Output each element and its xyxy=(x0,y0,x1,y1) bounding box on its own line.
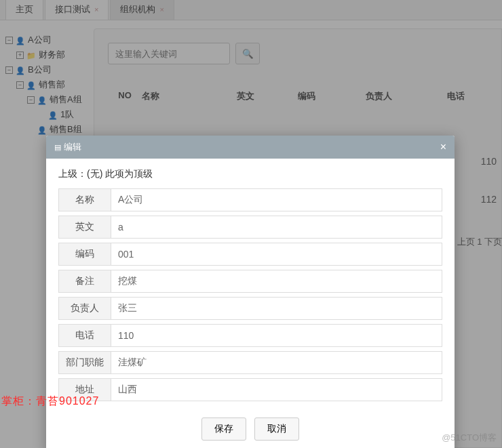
label-en: 英文 xyxy=(58,216,111,239)
modal-body: 上级：(无) 此项为顶级 名称 英文 编码 备注 负责人 电话 部门职能 地址 xyxy=(46,159,455,411)
input-owner[interactable] xyxy=(111,297,442,320)
label-remark: 备注 xyxy=(58,270,111,293)
input-duty[interactable] xyxy=(111,351,442,374)
modal-title: 编辑 xyxy=(54,141,81,153)
input-phone[interactable] xyxy=(111,324,442,347)
parent-info: 上级：(无) 此项为顶级 xyxy=(58,168,442,180)
modal-header: 编辑 × xyxy=(46,136,455,159)
input-remark[interactable] xyxy=(111,270,442,293)
label-duty: 部门职能 xyxy=(58,351,111,374)
label-owner: 负责人 xyxy=(58,297,111,320)
input-en[interactable] xyxy=(111,216,442,239)
modal-footer: 保存 取消 xyxy=(46,411,455,448)
cancel-button[interactable]: 取消 xyxy=(254,418,299,441)
close-icon[interactable]: × xyxy=(440,141,446,153)
document-icon xyxy=(54,142,64,152)
save-button[interactable]: 保存 xyxy=(201,418,246,441)
label-code: 编码 xyxy=(58,243,111,266)
input-code[interactable] xyxy=(111,243,442,266)
input-addr[interactable] xyxy=(111,378,442,401)
label-name: 名称 xyxy=(58,188,111,211)
watermark-red: 掌柜：青苔901027 xyxy=(1,394,99,409)
label-phone: 电话 xyxy=(58,324,111,347)
edit-modal: 编辑 × 上级：(无) 此项为顶级 名称 英文 编码 备注 负责人 电话 部门职… xyxy=(46,136,455,448)
input-name[interactable] xyxy=(111,188,442,211)
watermark-grey: @51CTO博客 xyxy=(442,432,497,444)
